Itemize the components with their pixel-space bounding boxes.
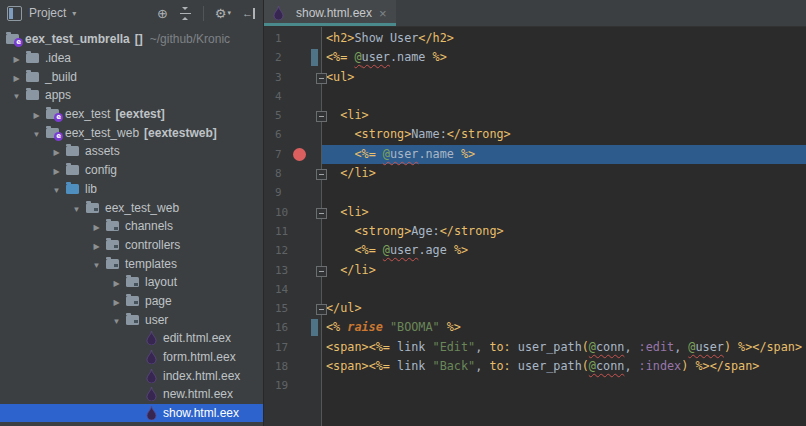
code-line-4[interactable] (322, 87, 806, 106)
line-number: 11 (275, 222, 288, 241)
expand-arrow-icon[interactable]: ▶ (87, 219, 106, 233)
tree-item-lib[interactable]: ▼lib (0, 180, 263, 199)
tree-item-edit.html.eex[interactable]: edit.html.eex (0, 329, 263, 348)
code-line-10[interactable]: <li> (322, 203, 806, 222)
tree-item-eex_test_umbrella[interactable]: eeex_test_umbrella[]~/github/Kronic (0, 30, 263, 49)
tree-item-layout[interactable]: ▶layout (0, 273, 263, 292)
tree-item-controllers[interactable]: ▶controllers (0, 236, 263, 255)
code-area[interactable]: <h2>Show User</h2><%= @user.name %><ul> … (322, 27, 806, 426)
item-label: user (145, 313, 168, 327)
gutter-line-17: 17 (264, 338, 321, 357)
fold-collapse-icon[interactable] (316, 208, 327, 219)
tree-item-page[interactable]: ▶page (0, 292, 263, 311)
close-tab-icon[interactable]: × (379, 7, 387, 20)
code-line-1[interactable]: <h2>Show User</h2> (322, 29, 806, 48)
code-line-19[interactable] (322, 376, 806, 395)
code-line-18[interactable]: <span><%= link "Back", to: user_path(@co… (322, 357, 806, 376)
tree-item-index.html.eex[interactable]: index.html.eex (0, 366, 263, 385)
code-line-13[interactable]: </li> (322, 261, 806, 280)
code-line-3[interactable]: <ul> (322, 68, 806, 87)
tree-item-apps[interactable]: ▼apps (0, 86, 263, 105)
expand-arrow-icon[interactable]: ▶ (7, 51, 26, 65)
folder-icon (106, 259, 119, 269)
code-line-17[interactable]: <span><%= link "Edit", to: user_path(@co… (322, 338, 806, 357)
code-line-7[interactable]: <%= @user.name %> (322, 145, 806, 164)
code-line-15[interactable]: </ul> (322, 299, 806, 318)
tree-item-user[interactable]: ▼user (0, 310, 263, 329)
item-path: ~/github/Kronic (150, 32, 230, 46)
collapse-arrow-icon[interactable]: ▼ (67, 201, 86, 215)
fold-end-icon[interactable] (316, 304, 327, 315)
fold-end-icon[interactable] (316, 169, 327, 180)
locate-icon[interactable]: ⊕ (157, 7, 168, 20)
expand-arrow-icon[interactable]: ▶ (107, 275, 126, 289)
code-line-9[interactable] (322, 183, 806, 202)
expand-arrow-icon[interactable]: ▶ (87, 238, 106, 252)
item-label: eex_test_web (65, 126, 139, 140)
line-number: 7 (275, 145, 282, 164)
tree-item-channels[interactable]: ▶channels (0, 217, 263, 236)
tree-item-eex_test[interactable]: ▶eeex_test[eextest] (0, 105, 263, 124)
expand-arrow-icon[interactable]: ▶ (47, 144, 66, 158)
code-line-2[interactable]: <%= @user.name %> (322, 48, 806, 67)
expand-arrow-icon[interactable]: ▶ (7, 70, 26, 84)
fold-collapse-icon[interactable] (316, 73, 327, 84)
gutter-line-18: 18 (264, 357, 321, 376)
line-number: 14 (275, 280, 288, 299)
collapse-arrow-icon[interactable]: ▼ (7, 88, 26, 102)
tree-item-config[interactable]: ▶config (0, 161, 263, 180)
source-folder-icon (66, 184, 79, 194)
tree-item-form.html.eex[interactable]: form.html.eex (0, 348, 263, 367)
eex-file-icon (146, 387, 157, 401)
line-number: 6 (275, 125, 282, 144)
fold-collapse-icon[interactable] (316, 111, 327, 122)
collapse-arrow-icon[interactable]: ▼ (27, 126, 46, 140)
item-label: eex_test_umbrella (25, 32, 130, 46)
eex-file-icon (146, 406, 157, 420)
editor-body: 12345678910111213141516171819 <h2>Show U… (264, 27, 806, 426)
tree-item-_build[interactable]: ▶_build (0, 67, 263, 86)
tree-item-eex_test_web[interactable]: ▼eex_test_web (0, 198, 263, 217)
folder-icon: e (6, 34, 19, 44)
code-line-12[interactable]: <%= @user.age %> (322, 241, 806, 260)
line-number: 10 (275, 203, 288, 222)
tree-item-assets[interactable]: ▶assets (0, 142, 263, 161)
expand-arrow-icon[interactable]: ▶ (107, 294, 126, 308)
gutter-line-9: 9 (264, 183, 321, 202)
settings-gear-icon[interactable]: ⚙▾ (215, 7, 231, 20)
tree-item-eex_test_web[interactable]: ▼eeex_test_web[eextestweb] (0, 123, 263, 142)
editor-tab-show-html-eex[interactable]: show.html.eex × (264, 0, 396, 26)
line-number: 5 (275, 106, 282, 125)
item-label: index.html.eex (163, 369, 240, 383)
collapse-arrow-icon[interactable]: ▼ (107, 313, 126, 327)
fold-end-icon[interactable] (316, 266, 327, 277)
tree-item-.idea[interactable]: ▶.idea (0, 49, 263, 68)
line-number: 13 (275, 261, 288, 280)
change-marker (311, 319, 318, 336)
gutter-line-14: 14 (264, 280, 321, 299)
item-label: controllers (125, 238, 180, 252)
folder-icon: e (46, 109, 59, 119)
elixir-badge: e (54, 113, 63, 122)
folder-icon (126, 315, 139, 325)
code-line-11[interactable]: <strong>Age:</strong> (322, 222, 806, 241)
editor-gutter: 12345678910111213141516171819 (264, 27, 322, 426)
tree-item-show.html.eex[interactable]: show.html.eex (0, 404, 263, 423)
item-label: new.html.eex (163, 387, 233, 401)
code-line-6[interactable]: <strong>Name:</strong> (322, 125, 806, 144)
breakpoint-icon[interactable] (293, 148, 306, 161)
tree-item-new.html.eex[interactable]: new.html.eex (0, 385, 263, 404)
expand-arrow-icon[interactable]: ▶ (27, 107, 46, 121)
gutter-line-16: 16 (264, 318, 321, 337)
expand-arrow-icon[interactable]: ▶ (47, 163, 66, 177)
code-line-14[interactable] (322, 280, 806, 299)
tree-item-templates[interactable]: ▼templates (0, 254, 263, 273)
collapse-arrow-icon[interactable]: ▼ (87, 257, 106, 271)
code-line-5[interactable]: <li> (322, 106, 806, 125)
caret-down-icon[interactable]: ▾ (72, 9, 76, 18)
collapse-all-icon[interactable] (179, 7, 192, 20)
code-line-8[interactable]: </li> (322, 164, 806, 183)
hide-panel-icon[interactable] (242, 7, 256, 20)
collapse-arrow-icon[interactable]: ▼ (47, 182, 66, 196)
code-line-16[interactable]: <% raise "BOOMA" %> (322, 318, 806, 337)
